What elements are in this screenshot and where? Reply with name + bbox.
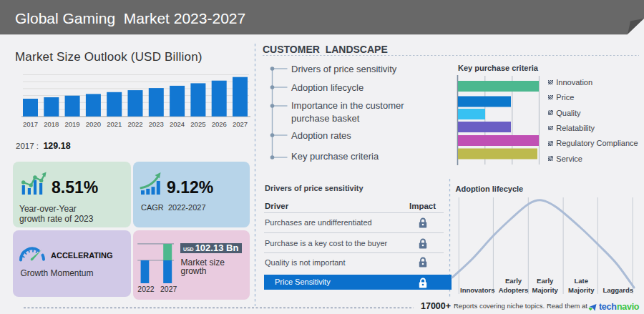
svg-text:2024: 2024 — [170, 120, 185, 128]
svg-text:2022: 2022 — [127, 120, 142, 128]
svg-text:2017: 2017 — [23, 120, 38, 128]
svg-text:2018: 2018 — [44, 120, 59, 128]
svg-text:2025: 2025 — [190, 120, 205, 128]
svg-text:2021: 2021 — [107, 120, 122, 128]
svg-text:2027: 2027 — [233, 120, 248, 128]
svg-text:2026: 2026 — [212, 120, 227, 128]
svg-text:tech: tech — [599, 302, 617, 312]
svg-text:2020: 2020 — [86, 120, 101, 128]
svg-text:2023: 2023 — [149, 120, 164, 128]
svg-text:navio: navio — [617, 302, 640, 312]
svg-text:2019: 2019 — [65, 120, 80, 128]
